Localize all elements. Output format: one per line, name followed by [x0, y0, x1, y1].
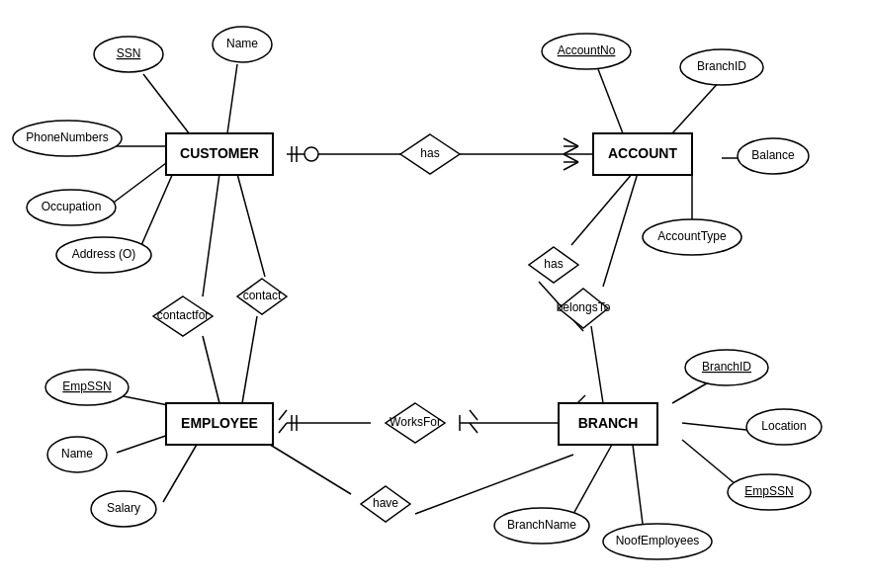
svg-line-20: [564, 162, 578, 170]
svg-line-33: [672, 380, 712, 403]
svg-line-31: [267, 443, 351, 494]
balance-label: Balance: [751, 148, 795, 162]
empssn2-label: EmpSSN: [744, 484, 793, 498]
svg-line-0: [143, 74, 193, 138]
svg-line-35: [682, 440, 741, 489]
svg-line-5: [598, 69, 623, 133]
cust-name-label: Name: [226, 37, 258, 50]
svg-line-3: [107, 163, 166, 208]
location-label: Location: [761, 419, 806, 433]
svg-line-24: [242, 316, 257, 403]
svg-line-28: [591, 326, 603, 403]
belongsto-label: belongsTo: [557, 300, 611, 314]
address-label: Address (O): [72, 247, 136, 261]
svg-line-17: [564, 146, 578, 154]
branchname-label: BranchName: [507, 518, 576, 532]
has2-label: has: [544, 257, 563, 271]
branch-label: BRANCH: [578, 415, 639, 431]
employee-label: EMPLOYEE: [181, 415, 258, 431]
svg-line-40: [163, 443, 198, 502]
has-rel-label: has: [420, 146, 439, 160]
svg-line-44: [279, 423, 287, 433]
account-label: ACCOUNT: [608, 145, 677, 161]
contact-label: contact: [243, 289, 282, 302]
branchid2-label: BranchID: [702, 360, 751, 374]
contactfor-label: contactfor: [157, 308, 210, 322]
emp-name-label: Name: [61, 447, 93, 461]
svg-line-6: [672, 79, 722, 133]
empssn1-label: EmpSSN: [62, 379, 111, 393]
svg-line-21: [203, 174, 219, 296]
accountno-label: AccountNo: [558, 43, 616, 57]
noofemployees-label: NoofEmployees: [616, 534, 700, 547]
svg-line-46: [470, 410, 478, 420]
svg-line-15: [564, 138, 578, 146]
svg-line-27: [603, 173, 638, 287]
salary-label: Salary: [107, 501, 140, 515]
er-diagram: CUSTOMER ACCOUNT EMPLOYEE BRANCH has con…: [0, 0, 870, 588]
svg-line-1: [227, 64, 237, 133]
svg-line-37: [633, 445, 643, 524]
svg-line-4: [138, 173, 173, 252]
occupation-label: Occupation: [42, 200, 102, 213]
svg-line-36: [573, 443, 613, 514]
svg-line-34: [682, 423, 746, 430]
svg-line-25: [571, 173, 633, 245]
accounttype-label: AccountType: [657, 229, 727, 243]
ssn-label: SSN: [117, 46, 141, 60]
svg-line-47: [470, 423, 478, 433]
svg-line-18: [564, 154, 578, 162]
phonenumbers-label: PhoneNumbers: [26, 130, 108, 144]
svg-line-43: [279, 410, 287, 420]
svg-line-23: [237, 174, 265, 277]
branchid1-label: BranchID: [697, 59, 746, 73]
customer-label: CUSTOMER: [180, 145, 259, 161]
svg-line-32: [415, 455, 573, 514]
svg-point-13: [304, 147, 318, 161]
worksfor-label: WorksFor: [390, 415, 441, 429]
svg-line-22: [203, 336, 219, 403]
have-label: have: [373, 496, 398, 510]
